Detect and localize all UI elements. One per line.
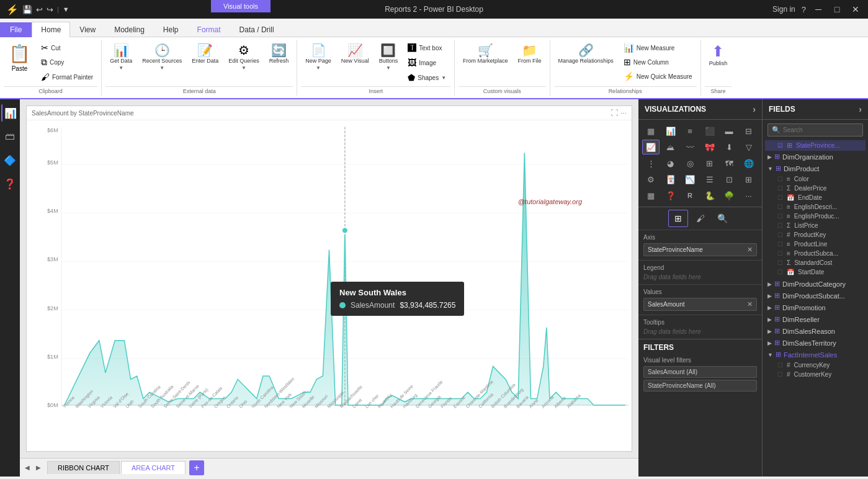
fields-search-input[interactable] [783,127,859,133]
viz-python-icon[interactable]: 🐍 [701,188,718,203]
close-btn[interactable]: ✕ [849,3,862,16]
viz-100bar-icon[interactable]: ▬ [720,123,738,138]
values-remove-btn[interactable]: ✕ [747,300,753,308]
viz-matrix-icon[interactable]: ⊞ [740,172,758,187]
buttons-button[interactable]: 🔲 Buttons ▼ [375,41,403,74]
new-measure-button[interactable]: 📊 New Measure [619,41,697,55]
viz-area-icon[interactable]: ⛰ [662,140,679,154]
maximize-btn[interactable]: □ [831,3,843,16]
field-enddate[interactable]: ☐ 📅 EndDate [765,193,866,202]
minimize-btn[interactable]: ─ [812,3,825,16]
viz-card-icon[interactable]: 🃏 [662,172,679,187]
viz-custom-r-icon[interactable]: R [681,188,699,203]
viz-analytics-tab[interactable]: 🔍 [713,210,733,227]
viz-fields-tab[interactable]: ⊞ [668,210,688,227]
tab-home[interactable]: Home [32,22,70,37]
sidebar-data-icon[interactable]: 🗃 [1,128,19,145]
tab-modeling[interactable]: Modeling [105,22,154,37]
filter-item-1[interactable]: StateProvinceName (All) [643,380,757,392]
viz-table-icon[interactable]: ⊡ [720,172,738,187]
viz-funnel-icon[interactable]: ▽ [740,140,758,154]
field-group-dimpromotion[interactable]: ▶ ⊞ DimPromotion [765,302,866,313]
shapes-button[interactable]: ⬟ Shapes ▼ [403,71,450,84]
field-color[interactable]: ☐ ≡ Color [765,174,866,184]
viz-panel-chevron[interactable]: › [753,104,756,114]
viz-line-icon[interactable]: 📈 [642,140,660,154]
viz-treemap-icon[interactable]: ⊞ [701,156,718,171]
manage-relationships-button[interactable]: 🔗 Manage Relationships [554,41,618,67]
copy-button[interactable]: ⧉ Copy [37,55,97,69]
viz-column-icon[interactable]: 📊 [662,123,679,138]
scroll-left-btn[interactable]: ◀ [22,462,32,474]
field-group-dimorganization[interactable]: ▶ ⊞ DimOrganization [765,151,866,163]
tab-format[interactable]: Format [188,22,230,37]
viz-slicer-icon[interactable]: ☰ [701,172,718,187]
more-icon[interactable]: ··· [620,109,627,117]
viz-ribbon-icon[interactable]: 🎀 [701,140,718,154]
field-dealerprice[interactable]: ☐ Σ DealerPrice [765,184,866,193]
undo-icon[interactable]: ↩ [36,5,43,14]
from-file-button[interactable]: 📁 From File [514,41,546,67]
save-icon[interactable]: 💾 [22,5,32,14]
viz-decomp-icon[interactable]: 🌳 [720,188,738,203]
field-customerkey[interactable]: ☐ # CustomerKey [765,370,866,379]
expand-icon[interactable]: ⛶ [611,109,618,117]
viz-filled-map-icon[interactable]: 🌐 [740,156,758,171]
viz-100column-icon[interactable]: ⊟ [740,123,758,138]
new-page-button[interactable]: 📄 New Page ▼ [301,41,336,74]
paste-button[interactable]: 📋 Paste [4,41,35,74]
new-visual-button[interactable]: 📈 New Visual [337,41,374,67]
sidebar-model-icon[interactable]: 🔷 [1,151,19,169]
viz-gauge-icon[interactable]: ⚙ [642,172,660,187]
tab-help[interactable]: Help [154,22,188,37]
viz-stacked-bar-icon[interactable]: ≡ [681,123,699,138]
field-englishdesc[interactable]: ☐ ≡ EnglishDescri... [765,202,866,212]
text-box-button[interactable]: 🆃 Text box [403,41,450,55]
format-painter-button[interactable]: 🖌 Format Painter [37,70,97,84]
field-listprice[interactable]: ☐ Σ ListPrice [765,221,866,230]
field-group-dimproductsubcat[interactable]: ▶ ⊞ DimProductSubcat... [765,290,866,302]
viz-donut-icon[interactable]: ◎ [681,156,699,171]
filter-item-0[interactable]: SalesAmount (All) [643,366,757,378]
tab-file[interactable]: File [0,22,32,37]
image-button[interactable]: 🖼 Image [403,56,450,69]
publish-button[interactable]: ⬆ Publish [705,41,732,69]
tab-data-drill[interactable]: Data / Drill [230,22,284,37]
help-icon[interactable]: ? [802,5,806,14]
viz-stacked-column-icon[interactable]: ⬛ [701,123,718,138]
viz-qna-icon[interactable]: ❓ [662,188,679,203]
enter-data-button[interactable]: 📝 Enter Data [187,41,223,67]
viz-more-icon[interactable]: ··· [740,188,758,203]
new-column-button[interactable]: ⊞ New Column [619,55,697,69]
tab-area-chart[interactable]: AREA CHART [121,461,186,474]
field-currencykey[interactable]: ☐ # CurrencyKey [765,360,866,370]
field-group-dimsalesterritory[interactable]: ▶ ⊞ DimSalesTerritory [765,337,866,349]
field-englishproduc[interactable]: ☐ ≡ EnglishProduc... [765,212,866,221]
viz-bar-icon[interactable]: ▦ [642,123,660,138]
dimproduct-header[interactable]: ▼ ⊞ DimProduct [765,163,866,174]
edit-queries-button[interactable]: ⚙ Edit Queries ▼ [224,41,264,74]
field-group-stateprovince[interactable]: ☑ ⊞ StateProvince... [765,140,866,151]
add-page-btn[interactable]: + [189,460,204,475]
tab-view[interactable]: View [70,22,105,37]
new-quick-measure-button[interactable]: ⚡ New Quick Measure [619,69,697,83]
viz-kpi-icon[interactable]: 📉 [681,172,699,187]
viz-scatter-icon[interactable]: ⋮ [642,156,660,171]
field-group-dimproductcategory[interactable]: ▶ ⊞ DimProductCategory [765,278,866,290]
refresh-button[interactable]: 🔄 Refresh [265,41,293,67]
field-productkey[interactable]: ☐ # ProductKey [765,230,866,240]
viz-map-icon[interactable]: 🗺 [720,156,738,171]
factinternetsales-header[interactable]: ▼ ⊞ FactInternetSales [765,349,866,360]
field-productline[interactable]: ☐ ≡ ProductLine [765,240,866,249]
viz-linecluster-icon[interactable]: 〰 [681,140,699,154]
redo-icon[interactable]: ↪ [47,5,53,14]
from-marketplace-button[interactable]: 🛒 From Marketplace [459,41,512,67]
field-group-dimreseller[interactable]: ▶ ⊞ DimReseller [765,313,866,325]
sidebar-questions-icon[interactable]: ❓ [1,175,19,192]
field-group-dimsalesreason[interactable]: ▶ ⊞ DimSalesReason [765,325,866,337]
viz-waterfall-icon[interactable]: ⬇ [720,140,738,154]
sidebar-report-icon[interactable]: 📊 [1,104,19,122]
axis-remove-btn[interactable]: ✕ [747,246,753,254]
scroll-right-btn[interactable]: ▶ [34,462,43,474]
fields-panel-chevron[interactable]: › [859,104,862,114]
